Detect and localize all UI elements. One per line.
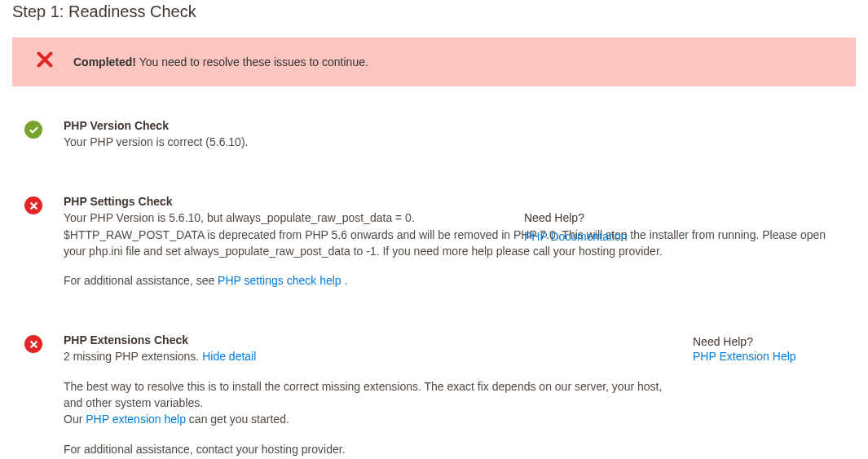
php-documentation-link[interactable]: PHP Documentation bbox=[524, 230, 628, 243]
check-php-version: PHP Version Check Your PHP version is co… bbox=[12, 119, 856, 150]
error-icon bbox=[37, 51, 53, 73]
check-assistance-text: For additional assistance, see PHP setti… bbox=[64, 272, 839, 289]
check-error-icon bbox=[24, 196, 42, 214]
completion-alert: Completed! You need to resolve these iss… bbox=[12, 38, 856, 86]
check-success-icon bbox=[24, 121, 42, 139]
check-assistance-text: For additional assistance, contact your … bbox=[64, 441, 676, 457]
check-error-icon bbox=[24, 335, 42, 353]
help-label: Need Help? bbox=[524, 210, 687, 226]
page-title: Step 1: Readiness Check bbox=[12, 2, 856, 21]
check-php-settings: PHP Settings Check Need Help? PHP Docume… bbox=[12, 195, 856, 289]
check-title: PHP Version Check bbox=[64, 119, 839, 132]
alert-strong: Completed! bbox=[73, 55, 136, 68]
check-detail-text: The best way to resolve this is to insta… bbox=[64, 378, 676, 412]
php-extension-help-link-inline[interactable]: PHP extension help bbox=[86, 413, 186, 426]
toggle-detail-link[interactable]: Hide detail bbox=[202, 350, 256, 363]
check-body-text: Your PHP version is correct (5.6.10). bbox=[64, 134, 839, 150]
php-settings-help-link[interactable]: PHP settings check help bbox=[218, 274, 341, 287]
help-label: Need Help? bbox=[693, 335, 856, 348]
check-detail-text-2: Our PHP extension help can get you start… bbox=[64, 411, 676, 427]
php-extension-help-link[interactable]: PHP Extension Help bbox=[693, 350, 796, 363]
alert-text: You need to resolve these issues to cont… bbox=[136, 55, 368, 68]
missing-ext-summary: 2 missing PHP extensions. bbox=[64, 350, 202, 363]
check-body-text: Your PHP Version is 5.6.10, but always_p… bbox=[64, 210, 839, 259]
check-title: PHP Settings Check bbox=[64, 195, 839, 208]
check-title: PHP Extensions Check bbox=[64, 333, 676, 346]
check-php-extensions: PHP Extensions Check 2 missing PHP exten… bbox=[12, 333, 856, 457]
